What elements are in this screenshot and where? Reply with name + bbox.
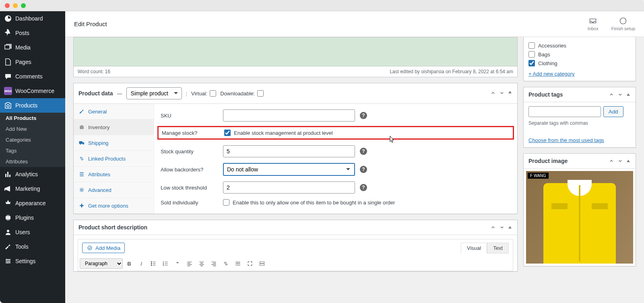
sidebar-item-users[interactable]: Users xyxy=(0,225,65,239)
sidebar-item-woocommerce[interactable]: woo WooCommerce xyxy=(0,84,65,98)
minimize-window-button[interactable] xyxy=(13,3,18,8)
maximize-window-button[interactable] xyxy=(21,3,26,8)
sidebar-item-pages[interactable]: Pages xyxy=(0,55,65,69)
appearance-icon xyxy=(4,199,12,207)
numbered-list-button[interactable]: 123 xyxy=(160,258,171,269)
align-left-button[interactable] xyxy=(184,258,195,269)
low-stock-input[interactable] xyxy=(223,181,355,194)
sidebar-item-posts[interactable]: Posts xyxy=(0,26,65,40)
bold-button[interactable]: B xyxy=(124,258,135,269)
inventory-icon xyxy=(78,124,85,130)
window-titlebar xyxy=(0,0,644,11)
finish-setup-button[interactable]: Finish setup xyxy=(611,17,635,31)
category-checkbox[interactable] xyxy=(528,42,535,49)
sidebar-item-marketing[interactable]: Marketing xyxy=(0,181,65,196)
sidebar-sub-attributes[interactable]: Attributes xyxy=(0,156,65,167)
product-type-select[interactable]: Simple product xyxy=(126,87,182,99)
sidebar-label: Pages xyxy=(15,59,31,65)
sidebar-item-dashboard[interactable]: Dashboard xyxy=(0,11,65,26)
add-media-button[interactable]: Add Media xyxy=(82,243,125,253)
sidebar-sub-tags[interactable]: Tags xyxy=(0,145,65,156)
sidebar-item-appearance[interactable]: Appearance xyxy=(0,196,65,210)
svg-point-9 xyxy=(88,246,92,250)
sidebar-item-products[interactable]: Products xyxy=(0,98,65,113)
triangle-up-icon[interactable] xyxy=(508,224,512,231)
help-icon[interactable]: ? xyxy=(360,112,367,119)
bullet-list-button[interactable] xyxy=(148,258,159,269)
editor-tab-visual[interactable]: Visual xyxy=(461,243,487,254)
backorders-select[interactable]: Do not allow xyxy=(223,163,355,176)
align-right-button[interactable] xyxy=(208,258,219,269)
triangle-up-icon[interactable] xyxy=(626,158,631,164)
category-checkbox[interactable] xyxy=(528,51,535,58)
chevron-down-icon[interactable] xyxy=(499,224,505,231)
choose-tags-link[interactable]: Choose from the most used tags xyxy=(528,137,604,143)
category-item[interactable]: Clothing xyxy=(528,59,631,68)
chevron-up-icon[interactable] xyxy=(608,158,615,164)
tab-inventory[interactable]: Inventory xyxy=(74,120,154,135)
add-tag-button[interactable]: Add xyxy=(603,106,623,117)
sidebar-item-media[interactable]: Media xyxy=(0,40,65,55)
help-icon[interactable]: ? xyxy=(360,148,367,155)
category-item[interactable]: Bags xyxy=(528,50,631,59)
sidebar-item-analytics[interactable]: Analytics xyxy=(0,167,65,181)
sidebar-sub-add-new[interactable]: Add New xyxy=(0,124,65,134)
comment-icon xyxy=(4,72,12,80)
close-window-button[interactable] xyxy=(5,3,10,8)
tags-title: Product tags xyxy=(528,91,563,98)
readmore-button[interactable] xyxy=(232,258,244,269)
chevron-up-icon[interactable] xyxy=(608,91,615,98)
sidebar-item-settings[interactable]: Settings xyxy=(0,254,65,268)
tab-advanced[interactable]: Advanced xyxy=(74,182,154,198)
separate-tags-text: Separate tags with commas xyxy=(528,120,631,126)
editor-tab-text[interactable]: Text xyxy=(487,243,509,254)
add-category-link[interactable]: + Add new category xyxy=(528,71,575,77)
sidebar-sub-all-products[interactable]: All Products xyxy=(0,113,65,124)
chevron-up-icon[interactable] xyxy=(490,90,496,97)
chevron-down-icon[interactable] xyxy=(617,158,623,164)
tab-linked[interactable]: Linked Products xyxy=(74,151,154,167)
category-checkbox[interactable] xyxy=(528,60,535,66)
stock-qty-input[interactable] xyxy=(223,145,355,157)
toolbar-toggle-button[interactable] xyxy=(256,258,268,269)
align-center-button[interactable] xyxy=(196,258,207,269)
chevron-down-icon[interactable] xyxy=(617,91,623,98)
tab-shipping[interactable]: Shipping xyxy=(74,135,154,151)
format-select[interactable]: Paragraph xyxy=(80,258,123,269)
help-icon[interactable]: ? xyxy=(360,166,367,173)
virtual-checkbox[interactable] xyxy=(210,90,216,97)
category-item[interactable]: Accessories xyxy=(528,41,631,50)
sold-individually-checkbox[interactable] xyxy=(223,199,229,206)
link-button[interactable] xyxy=(220,258,231,269)
chevron-up-icon[interactable] xyxy=(490,224,496,231)
fullscreen-button[interactable] xyxy=(244,258,256,269)
sidebar-item-plugins[interactable]: Plugins xyxy=(0,210,65,225)
triangle-up-icon[interactable] xyxy=(626,91,631,98)
sidebar-item-tools[interactable]: Tools xyxy=(0,239,65,254)
sold-individually-label: Sold individually xyxy=(161,200,223,206)
tab-get-more[interactable]: Get more options xyxy=(74,198,154,214)
svg-point-10 xyxy=(151,262,152,262)
tags-input[interactable] xyxy=(528,106,601,117)
italic-button[interactable]: I xyxy=(136,258,147,269)
sidebar-sub-categories[interactable]: Categories xyxy=(0,134,65,145)
content-editor-area[interactable] xyxy=(73,37,518,66)
product-image-thumbnail[interactable]: F WANG xyxy=(526,171,633,264)
sidebar-item-comments[interactable]: Comments xyxy=(0,69,65,84)
manage-stock-checkbox[interactable] xyxy=(224,130,231,136)
page-title: Edit Product xyxy=(74,21,107,27)
sku-label: SKU xyxy=(161,113,223,119)
tab-attributes[interactable]: Attributes xyxy=(74,167,154,182)
manage-stock-desc: Enable stock management at product level xyxy=(234,130,333,136)
downloadable-checkbox[interactable] xyxy=(257,90,264,97)
tab-general[interactable]: General xyxy=(74,104,154,120)
word-count: Word count: 16 xyxy=(78,69,110,74)
help-icon[interactable]: ? xyxy=(360,184,367,191)
sku-input[interactable] xyxy=(223,109,355,122)
chevron-down-icon[interactable] xyxy=(499,90,505,97)
image-title: Product image xyxy=(528,158,568,164)
triangle-up-icon[interactable] xyxy=(508,90,512,97)
sidebar-label: WooCommerce xyxy=(15,88,54,94)
inbox-button[interactable]: Inbox xyxy=(588,17,599,31)
quote-button[interactable]: " xyxy=(172,258,183,269)
